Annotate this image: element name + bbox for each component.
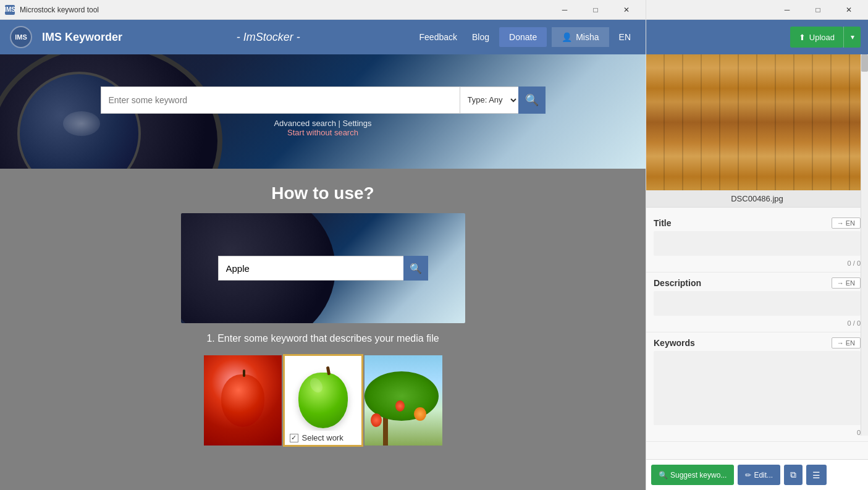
hero-search-area: Type: Any 🔍 Advanced search | Settings S… (101, 87, 546, 137)
nav-brand: IMS Keyworder (42, 31, 122, 44)
nav-logo-text: IMS (15, 33, 27, 41)
title-bar-text: Microstock keyword tool (20, 6, 546, 14)
preview-image (646, 54, 868, 190)
keywords-label: Keywords (654, 338, 695, 348)
right-nav-bar: ⬆ Upload ▾ (646, 20, 868, 54)
edit-label: Edit... (754, 471, 773, 479)
user-label: Misha (576, 32, 599, 42)
upload-dropdown-button[interactable]: ▾ (843, 27, 861, 48)
search-button[interactable]: 🔍 (518, 87, 546, 114)
search-input[interactable] (101, 87, 460, 114)
right-scrollbar-thumb (861, 54, 868, 72)
chevron-down-icon: ▾ (851, 33, 854, 41)
title-bar-controls: ─ □ ✕ (550, 1, 641, 19)
search-type-select[interactable]: Type: Any (460, 87, 518, 114)
nav-center: - ImStocker - (132, 31, 404, 44)
demo-search-input[interactable] (218, 256, 403, 281)
right-scrollbar[interactable] (861, 54, 868, 436)
suggest-icon: 🔍 (659, 471, 668, 479)
user-button[interactable]: 👤 Misha (552, 27, 609, 47)
hero-lens-highlight (63, 111, 100, 136)
demo-search-button[interactable]: 🔍 (403, 256, 428, 281)
demo-search-row: 🔍 (218, 256, 428, 281)
keywords-textarea[interactable] (654, 351, 861, 425)
app-icon: IMS (5, 5, 15, 15)
title-textarea[interactable] (654, 231, 861, 256)
upload-icon: ⬆ (799, 33, 806, 42)
advanced-search-link[interactable]: Advanced search (274, 119, 335, 128)
title-en-button[interactable]: → EN (832, 218, 861, 229)
keywords-field-row: Keywords → EN 0 (646, 332, 868, 442)
description-field-header: Description → EN (654, 277, 861, 289)
close-button[interactable]: ✕ (612, 1, 641, 19)
bottom-toolbar: 🔍 Suggest keywo... ✏ Edit... ⧉ ☰ (646, 459, 868, 490)
image-card-2[interactable]: ✓ Select work (283, 354, 363, 447)
copy-button[interactable]: ⧉ (784, 465, 803, 485)
right-panel: ─ □ ✕ ⬆ Upload ▾ DSC00486.jpg Title (646, 0, 868, 490)
user-icon: 👤 (562, 32, 572, 42)
select-work-checkbox[interactable]: ✓ (290, 434, 298, 442)
hero-section: Type: Any 🔍 Advanced search | Settings S… (0, 54, 646, 169)
fields-area: Title → EN 0 / 0 Description → EN 0 / 0 … (646, 208, 868, 459)
blog-link[interactable]: Blog (467, 30, 494, 44)
keywords-field-header: Keywords → EN (654, 337, 861, 348)
suggest-keywords-button[interactable]: 🔍 Suggest keywo... (651, 465, 734, 485)
file-name: DSC00486.jpg (731, 194, 783, 203)
search-links: Advanced search | Settings Start without… (101, 119, 546, 137)
separator: | (339, 119, 340, 128)
description-label: Description (654, 278, 701, 288)
copy-icon: ⧉ (790, 470, 796, 479)
donate-button[interactable]: Donate (499, 27, 547, 47)
title-label: Title (654, 218, 672, 228)
step-text: 1. Enter some keyword that describes you… (0, 333, 646, 344)
edit-button[interactable]: ✏ Edit... (738, 465, 780, 485)
how-to-title: How to use? (0, 169, 646, 213)
right-close-button[interactable]: ✕ (835, 1, 863, 19)
language-selector[interactable]: EN (614, 30, 636, 44)
keywords-en-button[interactable]: → EN (832, 337, 861, 348)
feedback-link[interactable]: Feedback (415, 30, 462, 44)
description-field-row: Description → EN 0 / 0 (646, 272, 868, 332)
search-icon: 🔍 (525, 93, 539, 107)
minimize-button[interactable]: ─ (550, 1, 579, 19)
image-grid: ✓ Select work (0, 354, 646, 447)
maximize-button[interactable]: □ (581, 1, 610, 19)
image-card-3[interactable] (363, 354, 444, 447)
title-field-row: Title → EN 0 / 0 (646, 213, 868, 272)
nav-logo: IMS (10, 26, 32, 48)
image-card-1[interactable] (203, 354, 283, 447)
select-work-label: Select work (302, 433, 343, 442)
app-icon-text: IMS (4, 6, 15, 13)
description-en-button[interactable]: → EN (832, 277, 861, 289)
nav-bar: IMS IMS Keyworder - ImStocker - Feedback… (0, 20, 646, 54)
suggest-label: Suggest keywo... (670, 471, 727, 479)
upload-label: Upload (809, 33, 835, 42)
right-title-bar: ─ □ ✕ (646, 0, 868, 20)
menu-icon: ☰ (812, 470, 820, 480)
start-without-search-link[interactable]: Start without search (287, 128, 358, 137)
description-counter: 0 / 0 (654, 319, 861, 327)
title-counter: 0 / 0 (654, 260, 861, 267)
keywords-counter: 0 (654, 429, 861, 436)
description-textarea[interactable] (654, 291, 861, 316)
menu-button[interactable]: ☰ (806, 465, 827, 485)
right-minimize-button[interactable]: ─ (773, 1, 801, 19)
main-app-window: IMS Microstock keyword tool ─ □ ✕ IMS IM… (0, 0, 646, 490)
pencil-icon: ✏ (745, 471, 751, 479)
title-field-header: Title → EN (654, 218, 861, 229)
demo-search-box: 🔍 (181, 213, 465, 323)
right-maximize-button[interactable]: □ (804, 1, 832, 19)
search-row: Type: Any 🔍 (101, 87, 546, 114)
upload-button[interactable]: ⬆ Upload (790, 27, 843, 48)
select-work-overlay: ✓ Select work (285, 431, 361, 445)
wood-texture (646, 54, 868, 190)
nav-right: Feedback Blog Donate 👤 Misha EN (415, 27, 636, 47)
title-bar: IMS Microstock keyword tool ─ □ ✕ (0, 0, 646, 20)
file-name-bar: DSC00486.jpg (646, 190, 868, 208)
demo-search-icon: 🔍 (410, 263, 422, 274)
settings-link[interactable]: Settings (343, 119, 372, 128)
main-content: How to use? 🔍 1. Enter some keyword that… (0, 169, 646, 490)
